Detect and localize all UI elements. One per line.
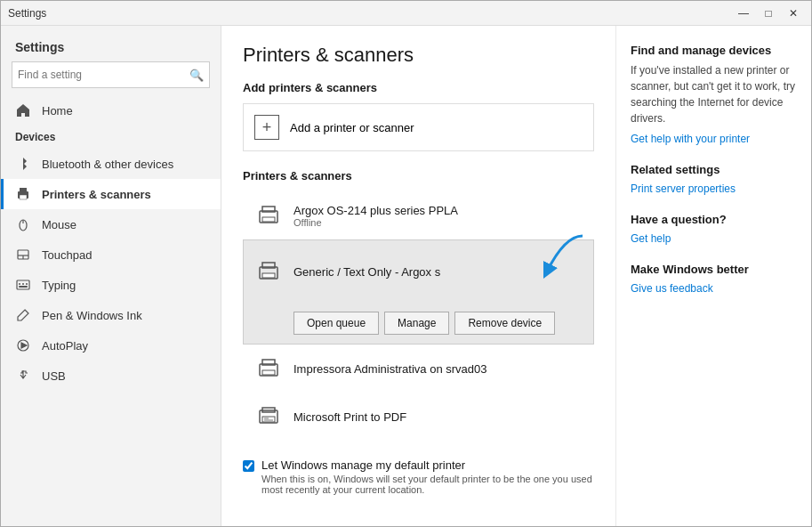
window-controls: — □ ✕ [733,4,804,22]
printer-info-argox: Argox OS-214 plus series PPLA Offline [293,204,458,228]
sidebar: Settings 🔍 Home Devices Bluetooth & othe… [1,26,221,526]
printer-actions-generic: Open queue Manage Remove device [254,312,555,335]
minimize-button[interactable]: — [733,4,754,22]
printer-name-generic: Generic / Text Only - Argox s [293,265,440,279]
search-input[interactable] [18,69,189,81]
svg-rect-2 [20,195,27,199]
printer-item-microsoft[interactable]: Microsoft Print to PDF [243,393,594,441]
close-button[interactable]: ✕ [783,4,804,22]
open-queue-button[interactable]: Open queue [293,312,379,335]
right-panel: Find and manage devices If you've instal… [615,26,811,526]
default-printer-description: When this is on, Windows will set your d… [261,474,594,495]
give-feedback-link[interactable]: Give us feedback [631,282,713,295]
printer-icon-generic [254,257,283,286]
get-help-link[interactable]: Get help [631,232,671,245]
svg-rect-20 [262,273,275,278]
better-section: Make Windows better Give us feedback [631,263,797,295]
sidebar-item-usb-label: USB [42,369,66,383]
sidebar-item-home-label: Home [42,104,73,118]
arrow-area [451,249,583,294]
better-section-title: Make Windows better [631,263,797,276]
add-printer-label: Add a printer or scanner [290,121,414,134]
remove-device-button[interactable]: Remove device [454,312,555,335]
sidebar-item-pen[interactable]: Pen & Windows Ink [1,300,221,330]
page-title: Printers & scanners [243,44,594,67]
printers-section-title: Printers & scanners [243,169,594,182]
question-section: Have a question? Get help [631,213,797,245]
sidebar-item-typing[interactable]: Typing [1,270,221,300]
add-printer-button[interactable]: + Add a printer or scanner [243,103,594,151]
sidebar-item-autoplay-label: AutoPlay [42,339,88,353]
svg-rect-24 [262,370,275,375]
sidebar-item-bluetooth-label: Bluetooth & other devices [42,158,173,171]
default-printer-checkbox[interactable] [243,460,254,472]
default-printer-checkbox-text: Let Windows manage my default printer Wh… [261,458,594,495]
touchpad-icon [15,247,31,263]
sidebar-item-pen-label: Pen & Windows Ink [42,309,142,322]
title-bar: Settings — □ ✕ [1,1,811,26]
find-section-text: If you've installed a new printer or sca… [631,62,797,126]
sidebar-item-typing-label: Typing [42,279,76,292]
get-help-printer-link[interactable]: Get help with your printer [631,133,750,145]
usb-icon [15,368,31,384]
mouse-icon [15,216,31,232]
sidebar-search-box[interactable]: 🔍 [12,61,210,88]
find-section: Find and manage devices If you've instal… [631,44,797,145]
svg-rect-1 [20,188,27,192]
svg-rect-17 [262,217,275,222]
printer-icon-impressora [254,354,283,383]
maximize-button[interactable]: □ [758,4,779,22]
main-content: Printers & scanners Add printers & scann… [221,26,811,526]
printer-name-microsoft: Microsoft Print to PDF [293,410,406,424]
bluetooth-icon [15,156,31,172]
add-section-title: Add printers & scanners [243,81,594,94]
print-server-link[interactable]: Print server properties [631,182,736,195]
sidebar-item-printers[interactable]: Printers & scanners [1,179,221,209]
sidebar-item-touchpad-label: Touchpad [42,248,92,262]
printer-name-impressora: Impressora Administrativa on srvad03 [293,362,486,376]
search-icon: 🔍 [189,69,204,82]
sidebar-item-home[interactable]: Home [1,95,221,126]
printer-info-microsoft: Microsoft Print to PDF [293,410,406,424]
find-section-title: Find and manage devices [631,44,797,57]
svg-marker-14 [21,343,27,348]
sidebar-item-autoplay[interactable]: AutoPlay [1,330,221,361]
printer-item-generic-top: Generic / Text Only - Argox s [254,249,583,294]
sidebar-item-mouse-label: Mouse [42,218,76,231]
sidebar-item-mouse[interactable]: Mouse [1,209,221,239]
question-section-title: Have a question? [631,213,797,226]
printer-item-generic[interactable]: Generic / Text Only - Argox s [243,239,594,345]
printer-info-impressora: Impressora Administrativa on srvad03 [293,362,486,376]
printer-icon-microsoft [254,402,283,431]
window-title: Settings [8,7,46,20]
printers-icon [15,186,31,202]
default-printer-checkbox-row: Let Windows manage my default printer Wh… [243,458,594,495]
related-section-title: Related settings [631,163,797,176]
sidebar-item-bluetooth[interactable]: Bluetooth & other devices [1,149,221,179]
sidebar-item-usb[interactable]: USB [1,361,221,391]
printer-name-argox: Argox OS-214 plus series PPLA [293,204,458,217]
sidebar-item-printers-label: Printers & scanners [42,188,151,201]
typing-icon [15,277,31,293]
svg-rect-27 [262,417,275,422]
plus-icon: + [254,115,279,140]
sidebar-item-touchpad[interactable]: Touchpad [1,239,221,270]
pen-icon [15,307,31,323]
sidebar-header: Settings [1,26,221,61]
related-section: Related settings Print server properties [631,163,797,195]
default-printer-label[interactable]: Let Windows manage my default printer [261,458,465,472]
blue-arrow [494,231,591,289]
home-icon [15,102,31,118]
app-body: Settings 🔍 Home Devices Bluetooth & othe… [1,26,811,526]
manage-button[interactable]: Manage [384,312,449,335]
printer-info-generic: Generic / Text Only - Argox s [293,265,440,279]
autoplay-icon [15,337,31,353]
sidebar-section-label: Devices [1,126,221,149]
printer-icon-argox [254,201,283,230]
printer-list: Argox OS-214 plus series PPLA Offline [243,191,594,441]
printer-item-impressora[interactable]: Impressora Administrativa on srvad03 [243,345,594,393]
content-area: Printers & scanners Add printers & scann… [221,26,615,526]
printer-status-argox: Offline [293,217,458,228]
